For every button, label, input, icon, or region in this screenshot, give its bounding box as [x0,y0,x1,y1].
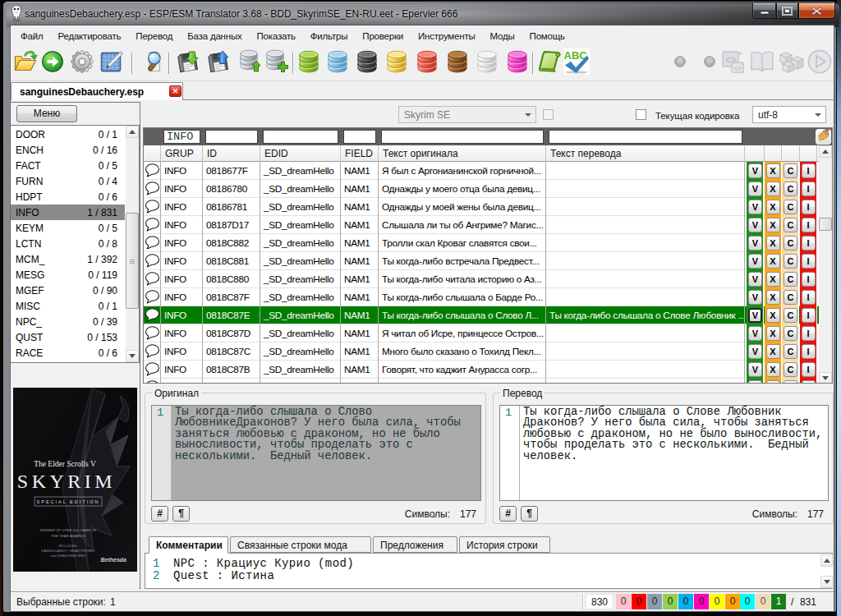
action-button-c[interactable]: C [784,290,797,305]
action-button-i[interactable]: I [802,272,816,287]
comments-tab-связанные-строки-мода[interactable]: Связанные строки мода [230,536,371,553]
group-row-keym[interactable]: KEYM0 / 5 [11,220,125,236]
group-row-fact[interactable]: FACT0 / 5 [11,158,125,173]
action-button-v[interactable]: V [748,290,762,305]
table-row[interactable]: INFO08186781_SD_dreamHelloNAM1Однажды у … [144,198,819,216]
table-row[interactable]: INFO0818C87F_SD_dreamHelloNAM1Ты когда-л… [144,288,819,306]
filter-input-grup[interactable]: INFO [163,130,200,144]
original-hash-button[interactable]: # [151,506,168,522]
action-button-x[interactable]: X [766,308,780,323]
table-row[interactable]: INFO0818C880_SD_dreamHelloNAM1Ты когда-л… [144,270,819,288]
action-button-v[interactable]: V [748,236,762,251]
group-row-info[interactable]: INFO1 / 831 [11,205,125,220]
encoding-checkbox[interactable] [636,109,646,120]
table-row[interactable]: INFO0818C882_SD_dreamHelloNAM1Тролли ска… [144,234,819,252]
scroll-down-button[interactable] [820,576,833,588]
action-button-v[interactable]: V [748,163,762,178]
action-button-x[interactable]: X [766,290,780,305]
action-button-v[interactable]: V [748,182,762,196]
filter-input-field[interactable] [343,130,376,144]
toolbar-db-white-button[interactable] [475,51,499,76]
toolbar-spellcheck-button[interactable]: ABC [564,51,589,76]
scroll-down-button[interactable] [819,372,832,384]
table-row[interactable]: INFO0818C87D_SD_dreamHelloNAM1Я читал об… [144,324,819,342]
action-button-x[interactable]: X [766,272,780,287]
group-row-race[interactable]: RACE0 / 6 [11,345,125,361]
action-button-c[interactable]: C [784,308,797,323]
action-button-c[interactable]: C [784,163,797,178]
menu-перевод[interactable]: Перевод [128,29,180,44]
action-button-c[interactable]: C [784,326,797,341]
action-button-x[interactable]: X [766,163,780,178]
action-button-c[interactable]: C [784,362,797,377]
menu-проверки[interactable]: Проверки [355,29,411,44]
comments-tab-active[interactable]: Комментарии [149,536,228,554]
toolbar-edit-table-button[interactable] [99,51,124,76]
menu-база-данных[interactable]: База данных [180,29,249,44]
action-button-v[interactable]: V [748,272,762,287]
action-button-v[interactable]: V [748,254,762,269]
document-tab[interactable]: sanguinesDebauchery.esp ✕ [11,82,183,100]
action-button-c[interactable]: C [784,272,797,287]
game-lock-checkbox[interactable] [543,109,554,120]
action-button-c[interactable]: C [784,254,797,269]
menu-показать[interactable]: Показать [250,29,303,44]
action-button-x[interactable]: X [766,380,780,384]
table-row[interactable]: INFO0818C87C_SD_dreamHelloNAM1Много было… [144,342,819,361]
scroll-up-button[interactable] [126,126,139,138]
menu-редактировать[interactable]: Редактировать [50,29,128,44]
action-button-c[interactable]: C [784,344,797,359]
scroll-up-button[interactable] [820,554,833,567]
action-button-i[interactable]: I [802,236,816,251]
action-button-x[interactable]: X [766,326,780,341]
action-button-c[interactable]: C [784,380,797,384]
action-button-i[interactable]: I [802,362,816,377]
action-button-v[interactable]: V [748,380,762,384]
group-row-ench[interactable]: ENCH0 / 16 [11,142,125,158]
toolbar-load-translation-button[interactable] [176,51,200,76]
table-row[interactable]: INFO0818C881_SD_dreamHelloNAM1Ты когда-л… [144,252,819,270]
group-row-furn[interactable]: FURN0 / 4 [11,173,125,189]
toolbar-script-button[interactable] [537,51,562,76]
group-row-lctn[interactable]: LCTN0 / 8 [11,236,125,251]
toolbar-search-button[interactable] [142,51,167,76]
table-row[interactable]: INFO0818C87E_SD_dreamHelloNAM1Ты когда-л… [144,306,819,324]
header-field[interactable]: FIELD [341,145,379,162]
action-button-c[interactable]: C [784,200,797,214]
table-row[interactable]: INFO0818677F_SD_dreamHelloNAM1Я был с Ар… [144,162,819,180]
scroll-thumb[interactable] [819,218,832,231]
toolbar-db-black-button[interactable] [355,51,379,76]
action-button-i[interactable]: I [802,308,816,323]
game-select[interactable]: Skyrim SE [398,106,536,123]
toolbar-save-translation-button[interactable] [206,51,231,76]
translation-pilcrow-button[interactable]: ¶ [521,506,538,522]
group-row-misc[interactable]: MISC0 / 1 [11,298,125,314]
filter-input-translation[interactable] [549,130,742,144]
toolbar-options-button[interactable] [70,51,94,76]
menu-моды[interactable]: Моды [483,29,522,44]
menu-файл[interactable]: Файл [13,29,50,44]
group-row-npc_[interactable]: NPC_0 / 39 [11,314,125,329]
action-button-x[interactable]: X [766,254,780,269]
filter-input-id[interactable] [205,130,258,144]
toolbar-open-file-button[interactable] [13,51,38,76]
close-button[interactable] [798,3,835,19]
scroll-up-button[interactable] [819,145,832,158]
action-button-i[interactable]: I [802,163,816,178]
tab-close-button[interactable]: ✕ [169,85,182,97]
toolbar-db-yellow-button[interactable] [384,51,409,76]
scroll-thumb[interactable] [126,213,139,309]
group-row-hdpt[interactable]: HDPT0 / 6 [11,189,125,205]
table-row[interactable]: INFO08187D17_SD_dreamHelloNAM1Слышала ли… [144,216,819,234]
action-button-v[interactable]: V [748,362,762,377]
action-button-c[interactable]: C [784,236,797,251]
action-button-x[interactable]: X [766,182,780,196]
menu-инструменты[interactable]: Инструменты [411,29,483,44]
original-textarea[interactable]: 1 Ты когда-либо слышала о Слово Любовник… [151,405,481,501]
action-button-v[interactable]: V [748,200,762,214]
action-button-c[interactable]: C [784,182,797,196]
menu-помощь[interactable]: Помощь [522,29,572,44]
toolbar-db-blue-button[interactable] [325,51,350,76]
group-row-qust[interactable]: QUST0 / 153 [11,329,125,345]
table-row[interactable]: VXCI [144,379,819,384]
